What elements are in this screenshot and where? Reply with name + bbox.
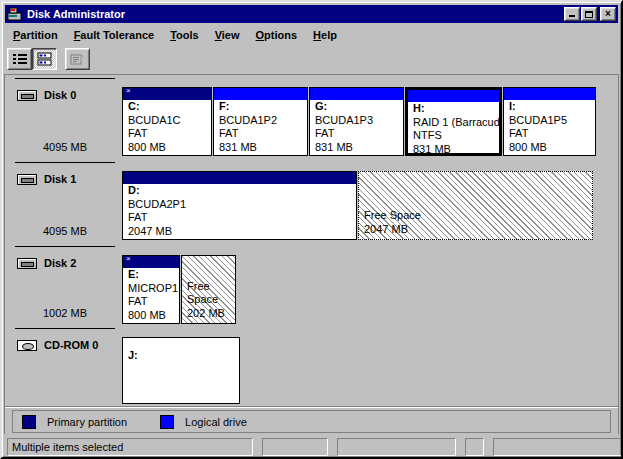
- disk-size: 4095 MB: [43, 225, 122, 237]
- partition-size: 831 MB: [315, 141, 403, 155]
- volume-label: RAID 1 (Barracud: [413, 116, 499, 130]
- disk-info-disk-2: Disk 21002 MB: [5, 255, 122, 325]
- file-system: FAT: [219, 127, 307, 141]
- drive-letter: H:: [413, 102, 499, 116]
- menu-bar: PartitionFault ToleranceToolsViewOptions…: [4, 24, 619, 45]
- properties-icon: [70, 52, 86, 66]
- partition-color-bar: ×: [123, 88, 211, 100]
- partition-block-g[interactable]: G:BCUDA1P3FAT831 MB: [309, 87, 404, 156]
- legend-separator: [5, 406, 618, 408]
- volume-label: BCUDA1P5: [509, 114, 595, 128]
- volume-label: MICROP1: [128, 282, 179, 296]
- status-field: [337, 438, 456, 456]
- free-space-label: Free Space: [364, 209, 592, 223]
- drive-letter: C:: [128, 100, 211, 114]
- disk-head: Disk 0: [17, 89, 122, 101]
- window-title: Disk Administrator: [27, 8, 563, 20]
- partition-blocks: J:: [122, 337, 241, 403]
- disk-size: 1002 MB: [43, 307, 122, 319]
- disk-administrator-window: Disk Administrator × PartitionFault Tole…: [0, 0, 623, 459]
- partition-size: 831 MB: [413, 143, 499, 157]
- legend-label: Logical drive: [185, 416, 247, 428]
- partition-size: 800 MB: [128, 141, 211, 155]
- disk-row-disk-0: Disk 04095 MB×C:BCUDA1CFAT800 MBF:BCUDA1…: [5, 75, 618, 159]
- partition-color-bar: [123, 172, 356, 184]
- disk-head: Disk 1: [17, 173, 122, 185]
- hard-disk-icon: [17, 258, 37, 269]
- partition-text: E:MICROP1FAT800 MB: [123, 268, 179, 322]
- partition-blocks: ×E:MICROP1FAT800 MBFree Space202 MB: [122, 255, 237, 325]
- partition-block-d[interactable]: D:BCUDA2P1FAT2047 MB: [122, 171, 357, 240]
- disk-name: Disk 2: [44, 257, 76, 269]
- partition-text: D:BCUDA2P1FAT2047 MB: [123, 184, 356, 238]
- toolbar: [4, 45, 619, 74]
- toolbar-button-volumes-view[interactable]: [7, 48, 32, 70]
- legend-swatch-primary-partition: [22, 415, 36, 429]
- menu-item-partition[interactable]: Partition: [5, 26, 66, 44]
- disk-rows: Disk 04095 MB×C:BCUDA1CFAT800 MBF:BCUDA1…: [5, 75, 618, 403]
- cdrom-icon: [17, 340, 37, 351]
- selection-mark: ×: [126, 87, 131, 95]
- partition-size: 800 MB: [128, 309, 179, 323]
- partition-color-bar: [214, 88, 307, 100]
- minimize-button[interactable]: [564, 7, 580, 21]
- file-system: FAT: [128, 127, 211, 141]
- disk-row-separator: [15, 328, 115, 329]
- volume-label: BCUDA1P3: [315, 114, 403, 128]
- disk-size: 4095 MB: [43, 141, 122, 153]
- partition-size: 800 MB: [509, 141, 595, 155]
- free-space-block[interactable]: Free Space2047 MB: [358, 171, 593, 240]
- hard-disk-icon: [17, 90, 37, 101]
- menu-item-fault-tolerance[interactable]: Fault Tolerance: [66, 26, 163, 44]
- title-bar[interactable]: Disk Administrator ×: [5, 5, 618, 23]
- free-space-label: Free Space: [187, 280, 235, 307]
- status-bar: Multiple items selected: [4, 434, 619, 459]
- menu-item-tools[interactable]: Tools: [162, 26, 207, 44]
- volumes-view-icon: [12, 52, 28, 66]
- file-system: FAT: [315, 127, 403, 141]
- legend-swatch-logical-drive: [160, 415, 174, 429]
- maximize-button[interactable]: [581, 7, 597, 21]
- free-space-block[interactable]: Free Space202 MB: [181, 255, 236, 324]
- legend: Primary partitionLogical drive: [12, 410, 611, 433]
- partition-block-h[interactable]: H:RAID 1 (BarracudNTFS831 MB: [405, 87, 502, 156]
- disk-regions-view-icon: [37, 52, 53, 66]
- status-message-field: Multiple items selected: [7, 438, 253, 456]
- volume-label: BCUDA2P1: [128, 198, 356, 212]
- menu-item-options[interactable]: Options: [248, 26, 306, 44]
- disk-info-cd-rom-0: CD-ROM 0: [5, 337, 122, 403]
- partition-block-j[interactable]: J:: [122, 337, 240, 404]
- partition-blocks: ×C:BCUDA1CFAT800 MBF:BCUDA1P2FAT831 MBG:…: [122, 87, 597, 159]
- status-field: [465, 438, 484, 456]
- partition-block-e[interactable]: ×E:MICROP1FAT800 MB: [122, 255, 180, 324]
- disk-row-disk-2: Disk 21002 MB×E:MICROP1FAT800 MBFree Spa…: [5, 243, 618, 325]
- free-space-size: 202 MB: [187, 307, 235, 321]
- partition-block-i[interactable]: I:BCUDA1P5FAT800 MB: [503, 87, 596, 156]
- menu-item-help[interactable]: Help: [305, 26, 345, 44]
- drive-letter: G:: [315, 100, 403, 114]
- partition-color-bar: [310, 88, 403, 100]
- legend-label: Primary partition: [47, 416, 127, 428]
- partition-block-c[interactable]: ×C:BCUDA1CFAT800 MB: [122, 87, 212, 156]
- volume-label: BCUDA1C: [128, 114, 211, 128]
- legend-item-logical-drive: Logical drive: [160, 415, 247, 429]
- app-icon: [7, 7, 23, 21]
- close-button[interactable]: ×: [600, 7, 616, 21]
- file-system: FAT: [509, 127, 595, 141]
- drive-letter: J:: [128, 349, 239, 363]
- partition-text: F:BCUDA1P2FAT831 MB: [214, 100, 307, 154]
- disk-row-separator: [15, 246, 115, 247]
- close-icon: ×: [605, 9, 611, 19]
- drive-letter: E:: [128, 268, 179, 282]
- toolbar-button-disk-regions-view[interactable]: [32, 48, 57, 70]
- menu-item-view[interactable]: View: [207, 26, 248, 44]
- status-field: [493, 438, 623, 456]
- disk-info-disk-1: Disk 14095 MB: [5, 171, 122, 243]
- file-system: FAT: [128, 211, 356, 225]
- partition-size: 2047 MB: [128, 225, 356, 239]
- partition-block-f[interactable]: F:BCUDA1P2FAT831 MB: [213, 87, 308, 156]
- disk-row-cd-rom-0: CD-ROM 0J:: [5, 325, 618, 403]
- partition-color-bar: [504, 88, 595, 100]
- disk-name: Disk 1: [44, 173, 76, 185]
- drive-letter: F:: [219, 100, 307, 114]
